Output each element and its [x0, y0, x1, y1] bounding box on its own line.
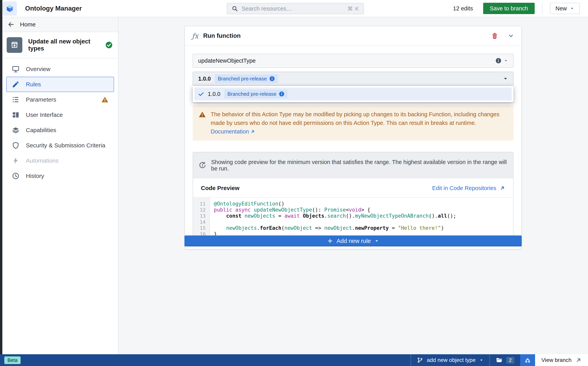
history-info-icon	[199, 161, 207, 169]
bolt-icon	[12, 157, 20, 165]
warning-icon	[101, 96, 109, 103]
sidebar-item-label: User Interface	[26, 112, 63, 118]
code-line: newObjects.forEach(newObject => newObjec…	[214, 225, 513, 231]
project-header: Update all new object types	[2, 32, 118, 58]
code-line: public async updateNewObjectType(): Prom…	[214, 207, 513, 213]
sidebar-item-security-submission-criteria[interactable]: Security & Submission Criteria	[6, 138, 114, 153]
info-icon[interactable]	[495, 58, 501, 64]
search-icon	[231, 5, 238, 12]
documentation-link[interactable]: Documentation	[211, 128, 255, 135]
save-to-branch-button[interactable]: Save to branch	[483, 3, 535, 14]
rule-title: Run function	[203, 32, 241, 39]
delete-rule-button[interactable]	[491, 32, 498, 39]
sidebar-item-label: History	[26, 173, 44, 179]
chevron-down-icon	[508, 32, 514, 39]
code-lines: @OntologyEditFunction()public async upda…	[210, 198, 513, 240]
folder-open-icon	[496, 357, 503, 364]
warning-icon	[199, 111, 206, 136]
sidebar-item-label: Parameters	[26, 96, 56, 103]
info-icon[interactable]	[269, 76, 275, 81]
monitor-icon	[12, 65, 20, 73]
line-number: 13	[193, 213, 209, 219]
sidebar-item-history[interactable]: History	[6, 168, 114, 183]
cube-icon	[5, 4, 14, 13]
collapse-rule-button[interactable]	[508, 32, 514, 39]
code-preview-note-text: Showing code preview for the minimum ver…	[211, 159, 508, 172]
warning-text: The behavior of this Action Type may be …	[211, 110, 508, 136]
version-option-badge: Branched pre-release	[224, 90, 287, 99]
shield-icon	[12, 142, 20, 149]
code-preview-title: Code Preview	[201, 185, 239, 191]
sidebar-item-label: Rules	[26, 81, 41, 88]
sidebar-item-user-interface[interactable]: User Interface	[6, 107, 114, 122]
version-option-value: 1.0.0	[208, 91, 221, 97]
info-icon[interactable]	[279, 91, 284, 97]
app-logo[interactable]	[3, 1, 17, 16]
topbar: Ontology Manager ⌘ K 12 edits Save to br…	[0, 0, 588, 17]
add-new-object-type-button[interactable]: add new object type	[411, 354, 489, 366]
line-number: 12	[193, 207, 209, 213]
code-line	[214, 219, 513, 225]
search-shortcut: ⌘ K	[348, 6, 359, 12]
caret-down-icon	[570, 6, 574, 11]
line-number: 15	[193, 225, 209, 231]
sidebar-item-capabilities[interactable]: Capabilities	[6, 122, 114, 138]
search-box[interactable]: ⌘ K	[227, 3, 364, 14]
function-select[interactable]: updateNewObjectType	[193, 54, 514, 68]
line-number: 14	[193, 219, 209, 225]
project-title: Update all new object types	[28, 38, 102, 52]
code-preview-note: Showing code preview for the minimum ver…	[193, 152, 513, 178]
app-title: Ontology Manager	[25, 0, 82, 17]
sidebar-item-rules[interactable]: Rules	[6, 77, 114, 92]
line-numbers: 111213141516	[193, 198, 210, 240]
sidebar-menu: OverviewRulesParametersUser InterfaceCap…	[2, 58, 118, 187]
branch-compare-button[interactable]	[520, 354, 535, 366]
version-option[interactable]: 1.0.0 Branched pre-release	[194, 87, 512, 100]
git-branch-icon	[417, 357, 423, 363]
caret-down-icon	[479, 358, 484, 362]
plus-icon	[327, 238, 333, 244]
view-branch-button[interactable]: View branch	[535, 354, 588, 366]
version-badge: Branched pre-release	[215, 74, 278, 83]
sidebar-item-label: Overview	[26, 66, 50, 72]
arrow-left-icon	[8, 21, 15, 28]
beta-badge: Beta	[4, 356, 21, 364]
caret-down-icon	[374, 239, 379, 243]
layout-icon	[12, 111, 20, 119]
version-select[interactable]: 1.0.0 Branched pre-release	[193, 72, 514, 86]
edit-in-code-repositories-link[interactable]: Edit in Code Repositories	[432, 185, 505, 191]
rule-card-header: ƒx Run function	[185, 26, 521, 46]
sidebar-item-label: Security & Submission Criteria	[26, 142, 105, 149]
sidebar-item-label: Automations	[26, 157, 59, 164]
code-preview-section: Showing code preview for the minimum ver…	[193, 152, 514, 241]
sidebar-item-automations: Automations	[6, 153, 114, 168]
line-number: 11	[193, 201, 209, 207]
code-line: const newObjects = await Objects.search(…	[214, 213, 513, 219]
bottom-bar: Beta add new object type	[0, 354, 588, 366]
code-editor[interactable]: 111213141516 @OntologyEditFunction()publ…	[193, 197, 513, 240]
new-button[interactable]: New	[550, 3, 580, 14]
pencil-icon	[12, 80, 20, 88]
trash-icon	[491, 32, 498, 39]
action-type-icon	[7, 37, 22, 53]
code-preview-header: Code Preview Edit in Code Repositories	[193, 178, 513, 197]
sidebar-item-parameters[interactable]: Parameters	[6, 92, 114, 107]
check-circle-icon	[105, 41, 113, 49]
function-select-value: updateNewObjectType	[198, 58, 256, 64]
clock-icon	[12, 172, 20, 180]
back-to-home[interactable]: Home	[2, 17, 118, 32]
external-link-icon	[250, 129, 255, 134]
git-compare-icon	[524, 357, 531, 364]
sidebar-item-overview[interactable]: Overview	[6, 61, 114, 77]
function-icon: ƒx	[192, 32, 199, 40]
changed-files-button[interactable]: 2	[490, 354, 520, 366]
main-content: ƒx Run function	[118, 17, 588, 354]
search-input[interactable]	[242, 6, 348, 12]
caret-down-icon	[504, 59, 508, 63]
edits-count: 12 edits	[453, 5, 473, 12]
add-new-rule-button[interactable]: Add new rule	[184, 236, 522, 246]
left-rail	[0, 0, 2, 354]
version-dropdown: 1.0.0 Branched pre-release	[193, 86, 514, 102]
external-link-icon	[499, 185, 505, 191]
check-icon	[198, 91, 204, 97]
